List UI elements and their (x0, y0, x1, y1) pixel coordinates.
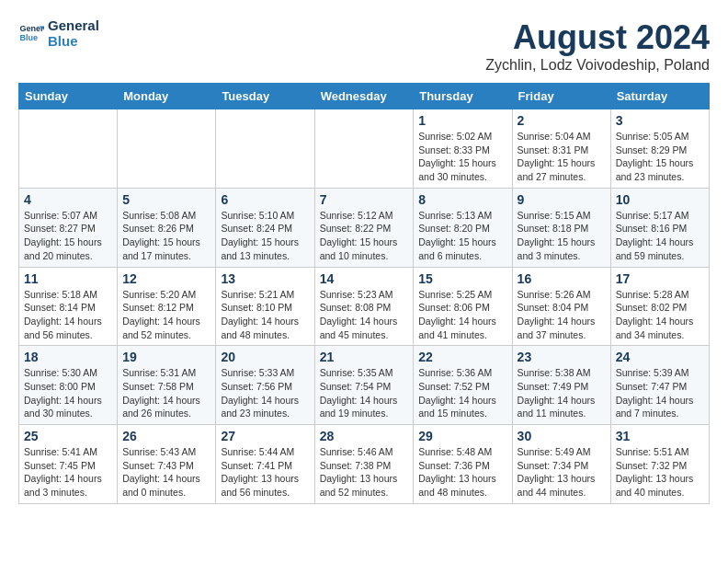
day-number: 10 (616, 192, 704, 207)
weekday-header-wednesday: Wednesday (314, 84, 414, 109)
day-info: Sunrise: 5:39 AMSunset: 7:47 PMDaylight:… (616, 366, 704, 420)
calendar-cell: 30Sunrise: 5:49 AMSunset: 7:34 PMDayligh… (512, 425, 610, 504)
calendar-cell (216, 109, 314, 189)
day-info: Sunrise: 5:10 AMSunset: 8:24 PMDaylight:… (221, 209, 309, 263)
calendar-cell: 10Sunrise: 5:17 AMSunset: 8:16 PMDayligh… (610, 188, 709, 267)
weekday-header-sunday: Sunday (19, 84, 118, 109)
day-info: Sunrise: 5:46 AMSunset: 7:38 PMDaylight:… (320, 445, 409, 500)
calendar-cell (314, 109, 414, 189)
day-number: 12 (122, 271, 210, 286)
day-number: 31 (616, 429, 704, 443)
day-number: 15 (418, 271, 506, 286)
day-number: 25 (24, 429, 112, 443)
day-number: 8 (418, 192, 506, 207)
day-info: Sunrise: 5:21 AMSunset: 8:10 PMDaylight:… (221, 288, 309, 342)
day-info: Sunrise: 5:02 AMSunset: 8:33 PMDaylight:… (418, 130, 506, 184)
weekday-header-tuesday: Tuesday (216, 84, 314, 109)
calendar-cell: 29Sunrise: 5:48 AMSunset: 7:36 PMDayligh… (414, 425, 512, 504)
day-info: Sunrise: 5:36 AMSunset: 7:52 PMDaylight:… (418, 366, 506, 420)
day-info: Sunrise: 5:26 AMSunset: 8:04 PMDaylight:… (518, 288, 606, 342)
day-info: Sunrise: 5:04 AMSunset: 8:31 PMDaylight:… (518, 130, 606, 184)
day-number: 24 (616, 350, 704, 364)
calendar-header-row: SundayMondayTuesdayWednesdayThursdayFrid… (19, 84, 710, 109)
calendar-cell: 2Sunrise: 5:04 AMSunset: 8:31 PMDaylight… (512, 109, 610, 189)
calendar-cell: 15Sunrise: 5:25 AMSunset: 8:06 PMDayligh… (414, 267, 512, 346)
day-info: Sunrise: 5:41 AMSunset: 7:45 PMDaylight:… (24, 445, 112, 500)
title-block: August 2024 Zychlin, Lodz Voivodeship, P… (485, 18, 710, 74)
calendar-cell: 23Sunrise: 5:38 AMSunset: 7:49 PMDayligh… (512, 346, 610, 425)
calendar-cell: 4Sunrise: 5:07 AMSunset: 8:27 PMDaylight… (19, 188, 118, 267)
day-number: 30 (518, 429, 606, 443)
logo-general: General (48, 18, 99, 34)
calendar-table: SundayMondayTuesdayWednesdayThursdayFrid… (18, 83, 710, 504)
calendar-cell: 9Sunrise: 5:15 AMSunset: 8:18 PMDaylight… (512, 188, 610, 267)
day-number: 22 (418, 350, 506, 364)
weekday-header-saturday: Saturday (610, 84, 709, 109)
weekday-header-thursday: Thursday (414, 84, 512, 109)
day-info: Sunrise: 5:35 AMSunset: 7:54 PMDaylight:… (320, 366, 409, 420)
svg-text:Blue: Blue (19, 33, 38, 42)
day-info: Sunrise: 5:18 AMSunset: 8:14 PMDaylight:… (24, 288, 112, 342)
day-info: Sunrise: 5:48 AMSunset: 7:36 PMDaylight:… (418, 445, 506, 500)
calendar-cell: 3Sunrise: 5:05 AMSunset: 8:29 PMDaylight… (610, 109, 709, 189)
calendar-cell (118, 109, 216, 189)
day-number: 29 (418, 429, 506, 443)
calendar-cell: 25Sunrise: 5:41 AMSunset: 7:45 PMDayligh… (19, 425, 118, 504)
day-info: Sunrise: 5:17 AMSunset: 8:16 PMDaylight:… (616, 209, 704, 263)
calendar-cell (19, 109, 118, 189)
calendar-cell: 6Sunrise: 5:10 AMSunset: 8:24 PMDaylight… (216, 188, 314, 267)
calendar-cell: 28Sunrise: 5:46 AMSunset: 7:38 PMDayligh… (314, 425, 414, 504)
calendar-week-row: 25Sunrise: 5:41 AMSunset: 7:45 PMDayligh… (19, 425, 710, 504)
day-info: Sunrise: 5:31 AMSunset: 7:58 PMDaylight:… (122, 366, 210, 420)
day-info: Sunrise: 5:38 AMSunset: 7:49 PMDaylight:… (518, 366, 606, 420)
calendar-cell: 20Sunrise: 5:33 AMSunset: 7:56 PMDayligh… (216, 346, 314, 425)
day-number: 17 (616, 271, 704, 286)
calendar-cell: 31Sunrise: 5:51 AMSunset: 7:32 PMDayligh… (610, 425, 709, 504)
calendar-cell: 22Sunrise: 5:36 AMSunset: 7:52 PMDayligh… (414, 346, 512, 425)
day-number: 7 (320, 192, 409, 207)
calendar-cell: 27Sunrise: 5:44 AMSunset: 7:41 PMDayligh… (216, 425, 314, 504)
day-info: Sunrise: 5:12 AMSunset: 8:22 PMDaylight:… (320, 209, 409, 263)
calendar-cell: 17Sunrise: 5:28 AMSunset: 8:02 PMDayligh… (610, 267, 709, 346)
weekday-header-friday: Friday (512, 84, 610, 109)
day-number: 5 (122, 192, 210, 207)
calendar-cell: 5Sunrise: 5:08 AMSunset: 8:26 PMDaylight… (118, 188, 216, 267)
page-header: General Blue General Blue August 2024 Zy… (18, 18, 710, 74)
day-number: 28 (320, 429, 409, 443)
calendar-cell: 1Sunrise: 5:02 AMSunset: 8:33 PMDaylight… (414, 109, 512, 189)
day-number: 21 (320, 350, 409, 364)
calendar-week-row: 18Sunrise: 5:30 AMSunset: 8:00 PMDayligh… (19, 346, 710, 425)
calendar-cell: 18Sunrise: 5:30 AMSunset: 8:00 PMDayligh… (19, 346, 118, 425)
day-info: Sunrise: 5:30 AMSunset: 8:00 PMDaylight:… (24, 366, 112, 420)
calendar-cell: 11Sunrise: 5:18 AMSunset: 8:14 PMDayligh… (19, 267, 118, 346)
calendar-cell: 19Sunrise: 5:31 AMSunset: 7:58 PMDayligh… (118, 346, 216, 425)
weekday-header-monday: Monday (118, 84, 216, 109)
svg-text:General: General (19, 24, 44, 33)
day-number: 4 (24, 192, 112, 207)
day-info: Sunrise: 5:49 AMSunset: 7:34 PMDaylight:… (518, 445, 606, 500)
day-number: 9 (518, 192, 606, 207)
day-number: 3 (616, 113, 704, 128)
day-info: Sunrise: 5:05 AMSunset: 8:29 PMDaylight:… (616, 130, 704, 184)
day-number: 6 (221, 192, 309, 207)
calendar-week-row: 4Sunrise: 5:07 AMSunset: 8:27 PMDaylight… (19, 188, 710, 267)
calendar-cell: 13Sunrise: 5:21 AMSunset: 8:10 PMDayligh… (216, 267, 314, 346)
calendar-week-row: 1Sunrise: 5:02 AMSunset: 8:33 PMDaylight… (19, 109, 710, 189)
day-number: 1 (418, 113, 506, 128)
day-info: Sunrise: 5:15 AMSunset: 8:18 PMDaylight:… (518, 209, 606, 263)
day-number: 19 (122, 350, 210, 364)
day-number: 14 (320, 271, 409, 286)
day-number: 23 (518, 350, 606, 364)
day-info: Sunrise: 5:20 AMSunset: 8:12 PMDaylight:… (122, 288, 210, 342)
calendar-cell: 16Sunrise: 5:26 AMSunset: 8:04 PMDayligh… (512, 267, 610, 346)
day-info: Sunrise: 5:33 AMSunset: 7:56 PMDaylight:… (221, 366, 309, 420)
day-number: 20 (221, 350, 309, 364)
calendar-cell: 7Sunrise: 5:12 AMSunset: 8:22 PMDaylight… (314, 188, 414, 267)
location-title: Zychlin, Lodz Voivodeship, Poland (485, 57, 710, 74)
calendar-cell: 21Sunrise: 5:35 AMSunset: 7:54 PMDayligh… (314, 346, 414, 425)
month-title: August 2024 (485, 18, 710, 57)
day-number: 13 (221, 271, 309, 286)
day-number: 16 (518, 271, 606, 286)
day-info: Sunrise: 5:13 AMSunset: 8:20 PMDaylight:… (418, 209, 506, 263)
calendar-cell: 14Sunrise: 5:23 AMSunset: 8:08 PMDayligh… (314, 267, 414, 346)
